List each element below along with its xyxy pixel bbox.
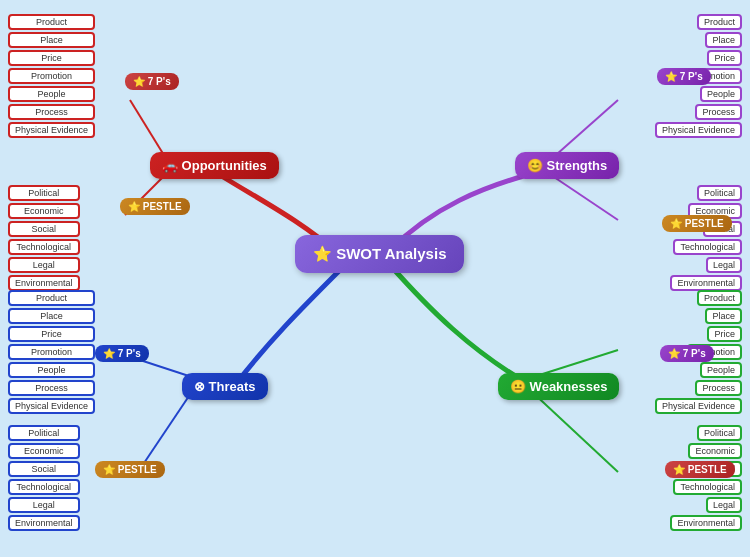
opp-item-place: Place: [8, 32, 95, 48]
wea-item-political: Political: [697, 425, 742, 441]
wea-item-physical: Physical Evidence: [655, 398, 742, 414]
str-pestle-items: Political Economic Social Technological …: [670, 185, 742, 291]
wea-item-legal: Legal: [706, 497, 742, 513]
thr-7ps-items: Product Place Price Promotion People Pro…: [8, 290, 95, 414]
wea-item-process: Process: [695, 380, 742, 396]
wea-7ps-star: ⭐ 7 P's: [668, 348, 706, 359]
thr-pestle-items: Political Economic Social Technological …: [8, 425, 80, 531]
opp-7ps-group: ⭐ 7 P's: [95, 73, 149, 90]
wea-item-product: Product: [697, 290, 742, 306]
opp-item-environmental: Environmental: [8, 275, 80, 291]
opp-item-product: Product: [8, 14, 95, 30]
str-item-price: Price: [707, 50, 742, 66]
str-item-technological: Technological: [673, 239, 742, 255]
weaknesses-node: 😐 Weaknesses: [498, 373, 619, 400]
opp-item-technological: Technological: [8, 239, 80, 255]
thr-item-process: Process: [8, 380, 95, 396]
thr-item-environmental: Environmental: [8, 515, 80, 531]
wea-item-place: Place: [705, 308, 742, 324]
wea-item-environmental: Environmental: [670, 515, 742, 531]
opp-7ps-star: ⭐ 7 P's: [133, 76, 171, 87]
strengths-label: 😊 Strengths: [527, 158, 607, 173]
str-item-place: Place: [705, 32, 742, 48]
wea-pestle-star: ⭐ PESTLE: [673, 464, 727, 475]
opp-item-price: Price: [8, 50, 95, 66]
str-item-process: Process: [695, 104, 742, 120]
threats-label: ⊗ Threats: [194, 379, 256, 394]
opp-item-process: Process: [8, 104, 95, 120]
center-label: ⭐ SWOT Analysis: [313, 245, 446, 262]
wea-item-people: People: [700, 362, 742, 378]
wea-item-price: Price: [707, 326, 742, 342]
thr-7ps-star: ⭐ 7 P's: [103, 348, 141, 359]
wea-pestle-items: Political Economic Social Technological …: [670, 425, 742, 531]
opp-item-physical: Physical Evidence: [8, 122, 95, 138]
opp-item-promotion: Promotion: [8, 68, 95, 84]
thr-item-price: Price: [8, 326, 95, 342]
opp-7ps-items: Product Place Price Promotion People Pro…: [8, 14, 95, 138]
thr-item-political: Political: [8, 425, 80, 441]
svg-line-7: [530, 390, 618, 472]
swot-center-node: ⭐ SWOT Analysis: [295, 235, 464, 273]
thr-item-product: Product: [8, 290, 95, 306]
str-pestle-star: ⭐ PESTLE: [670, 218, 724, 229]
str-item-people: People: [700, 86, 742, 102]
opportunities-label: 🚗 Opportunities: [162, 158, 267, 173]
str-7ps-star: ⭐ 7 P's: [665, 71, 703, 82]
thr-item-physical: Physical Evidence: [8, 398, 95, 414]
weaknesses-label: 😐 Weaknesses: [510, 379, 607, 394]
opp-pestle-star: ⭐ PESTLE: [128, 201, 182, 212]
svg-line-5: [138, 390, 193, 472]
thr-item-legal: Legal: [8, 497, 80, 513]
svg-line-3: [548, 173, 618, 220]
str-item-physical: Physical Evidence: [655, 122, 742, 138]
thr-item-economic: Economic: [8, 443, 80, 459]
strengths-node: 😊 Strengths: [515, 152, 619, 179]
thr-item-place: Place: [8, 308, 95, 324]
str-item-political: Political: [697, 185, 742, 201]
threats-node: ⊗ Threats: [182, 373, 268, 400]
str-item-legal: Legal: [706, 257, 742, 273]
opp-item-people: People: [8, 86, 95, 102]
opportunities-node: 🚗 Opportunities: [150, 152, 279, 179]
opp-pestle-items: Political Economic Social Technological …: [8, 185, 80, 291]
thr-item-social: Social: [8, 461, 80, 477]
str-item-product: Product: [697, 14, 742, 30]
wea-item-technological: Technological: [673, 479, 742, 495]
thr-pestle-star: ⭐ PESTLE: [103, 464, 157, 475]
str-item-environmental: Environmental: [670, 275, 742, 291]
opp-pestle-group: ⭐ PESTLE: [95, 198, 165, 215]
thr-item-technological: Technological: [8, 479, 80, 495]
thr-item-promotion: Promotion: [8, 344, 95, 360]
opp-item-economic: Economic: [8, 203, 80, 219]
opp-item-social: Social: [8, 221, 80, 237]
opp-item-legal: Legal: [8, 257, 80, 273]
thr-item-people: People: [8, 362, 95, 378]
wea-item-economic: Economic: [688, 443, 742, 459]
opp-item-political: Political: [8, 185, 80, 201]
